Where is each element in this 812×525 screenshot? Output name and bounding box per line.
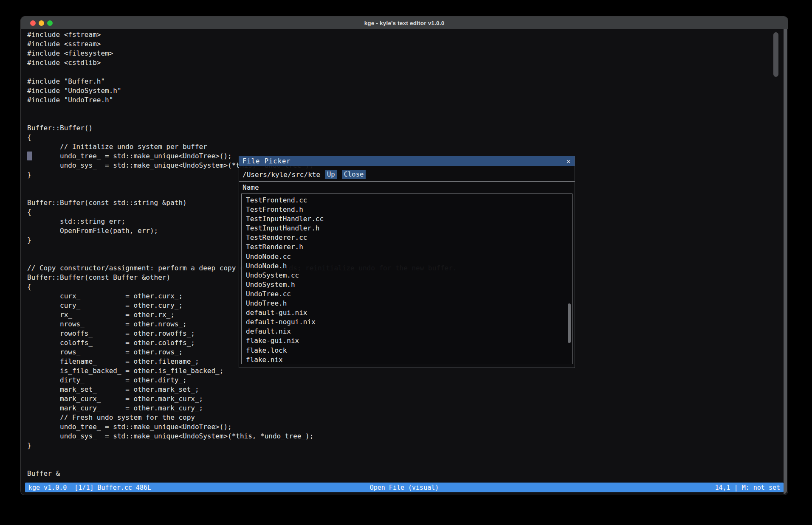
file-list-item[interactable]: UndoNode.h [246, 261, 572, 271]
file-list: TestFrontend.ccTestFrontend.hTestInputHa… [241, 194, 572, 364]
code-line: undo_tree_ = std::make_unique<UndoTree>(… [27, 422, 457, 432]
file-list-item[interactable]: UndoSystem.h [246, 280, 572, 289]
file-picker-title: File Picker [239, 157, 567, 165]
code-line: Buffer & [27, 469, 457, 478]
traffic-lights [30, 20, 53, 26]
file-list-items: TestFrontend.ccTestFrontend.hTestInputHa… [242, 194, 572, 364]
code-line: } [27, 441, 457, 450]
code-line: dirty_ = other.dirty_; [27, 376, 457, 385]
status-mode: Open File (visual) [279, 484, 530, 491]
file-list-item[interactable]: default.nix [246, 327, 572, 336]
window-title: kge - kyle's text editor v1.0.0 [364, 20, 445, 26]
file-list-item[interactable]: TestInputHandler.cc [246, 214, 572, 224]
status-left: kge v1.0.0 [1/1] Buffer.cc 486L [25, 484, 279, 491]
code-line: // Fresh undo system for the copy [27, 413, 457, 422]
code-line [27, 460, 457, 469]
file-list-item[interactable]: flake-gui.nix [246, 336, 572, 345]
text-cursor [27, 152, 32, 160]
current-path: /Users/kyle/src/kte [239, 171, 320, 179]
window-titlebar[interactable]: kge - kyle's text editor v1.0.0 [21, 17, 788, 29]
file-list-item[interactable]: default-gui.nix [246, 308, 572, 317]
code-line: mark_set_ = other.mark_set_; [27, 385, 457, 394]
desktop: #include <fstream>#include <sstream>#inc… [0, 0, 812, 525]
code-line: #include <sstream> [27, 39, 457, 49]
status-position: 14,1 | M: not set [530, 484, 784, 491]
file-list-scrollbar-thumb[interactable] [568, 303, 571, 343]
close-button[interactable]: Close [342, 170, 366, 179]
up-button[interactable]: Up [325, 170, 337, 179]
file-list-item[interactable]: TestFrontend.cc [246, 196, 572, 205]
code-line [27, 105, 457, 114]
file-list-item[interactable]: UndoTree.h [246, 299, 572, 308]
file-list-item[interactable]: default-nogui.nix [246, 317, 572, 327]
window-right-edge [784, 28, 787, 494]
code-line: #include <cstdlib> [27, 58, 457, 67]
code-line: mark_cury_ = other.mark_cury_; [27, 404, 457, 413]
path-row: /Users/kyle/src/kte Up Close [239, 169, 575, 180]
dialog-separator [239, 181, 575, 182]
code-line: { [27, 133, 457, 142]
file-list-item[interactable]: TestInputHandler.h [246, 224, 572, 233]
code-line: // Initialize undo system per buffer [27, 142, 457, 152]
file-picker-titlebar[interactable]: File Picker ✕ [239, 156, 575, 166]
file-list-item[interactable]: UndoSystem.cc [246, 271, 572, 280]
close-window-icon[interactable] [30, 20, 36, 26]
file-list-item[interactable]: TestFrontend.h [246, 205, 572, 214]
editor-window: #include <fstream>#include <sstream>#inc… [20, 16, 788, 495]
code-line: #include <fstream> [27, 30, 457, 39]
file-list-item[interactable]: TestRenderer.h [246, 242, 572, 252]
code-line: Buffer::Buffer() [27, 124, 457, 133]
file-list-item[interactable]: TestRenderer.cc [246, 233, 572, 242]
code-line [27, 114, 457, 124]
minimize-window-icon[interactable] [39, 20, 44, 26]
file-list-item[interactable]: UndoNode.cc [246, 252, 572, 261]
code-line: mark_curx_ = other.mark_curx_; [27, 394, 457, 404]
code-line: #include "Buffer.h" [27, 77, 457, 86]
code-line: #include <filesystem> [27, 49, 457, 58]
code-line [27, 67, 457, 77]
file-list-item[interactable]: flake.nix [246, 355, 572, 364]
close-icon[interactable]: ✕ [567, 157, 575, 165]
editor-scrollbar-thumb[interactable] [773, 32, 778, 77]
code-line: #include "UndoSystem.h" [27, 86, 457, 95]
file-list-item[interactable]: UndoTree.cc [246, 289, 572, 299]
zoom-window-icon[interactable] [47, 20, 53, 26]
code-line: undo_sys_ = std::make_unique<UndoSystem>… [27, 432, 457, 441]
code-line: #include "UndoTree.h" [27, 95, 457, 105]
status-bar: kge v1.0.0 [1/1] Buffer.cc 486L Open Fil… [25, 483, 784, 492]
code-line [27, 450, 457, 460]
file-picker-dialog: File Picker ✕ /Users/kyle/src/kte Up Clo… [239, 156, 575, 368]
file-list-item[interactable]: flake.lock [246, 346, 572, 355]
name-column-header: Name [239, 183, 259, 191]
